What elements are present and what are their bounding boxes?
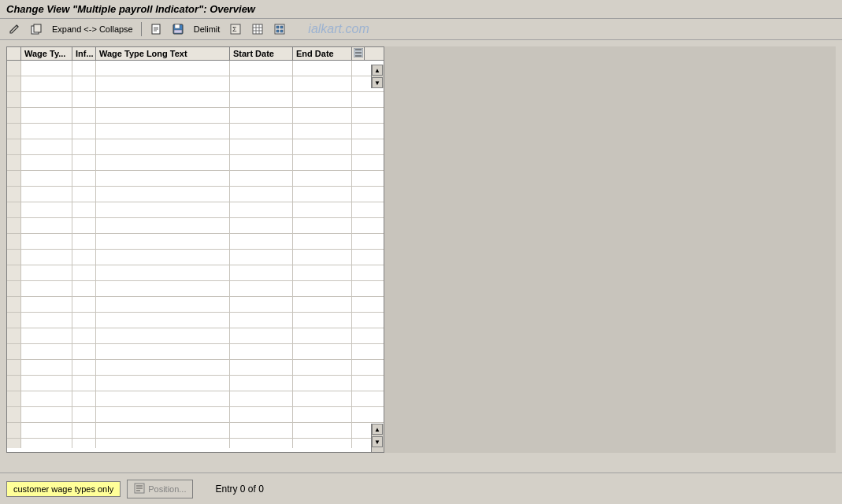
cell-start-date bbox=[230, 265, 293, 280]
cell-start-date bbox=[230, 281, 293, 296]
column-settings-icon[interactable] bbox=[352, 47, 365, 60]
right-empty-area bbox=[384, 46, 836, 453]
row-select[interactable] bbox=[7, 218, 21, 233]
row-select[interactable] bbox=[7, 187, 21, 202]
cell-end-date bbox=[293, 92, 352, 107]
table-row[interactable] bbox=[7, 202, 384, 218]
table-row[interactable] bbox=[7, 108, 384, 124]
cell-end-date bbox=[293, 76, 352, 91]
cell-long-text bbox=[96, 391, 230, 406]
row-select[interactable] bbox=[7, 108, 21, 123]
cell-end-date bbox=[293, 61, 352, 76]
row-select[interactable] bbox=[7, 61, 21, 76]
table-row[interactable] bbox=[7, 187, 384, 202]
scroll-up-bottom-button[interactable]: ▲ bbox=[372, 424, 383, 435]
cell-start-date bbox=[230, 234, 293, 249]
cell-inf bbox=[72, 61, 96, 76]
row-select[interactable] bbox=[7, 139, 21, 154]
table-row[interactable] bbox=[7, 391, 384, 407]
cell-inf bbox=[72, 124, 96, 139]
row-select[interactable] bbox=[7, 234, 21, 249]
cell-inf bbox=[72, 250, 96, 265]
row-select[interactable] bbox=[7, 391, 21, 406]
table-row[interactable] bbox=[7, 297, 384, 313]
row-select[interactable] bbox=[7, 155, 21, 170]
table-row[interactable] bbox=[7, 124, 384, 139]
cell-wage-type bbox=[21, 202, 72, 217]
row-select[interactable] bbox=[7, 360, 21, 375]
table-row[interactable] bbox=[7, 139, 384, 155]
scroll-up-button[interactable]: ▲ bbox=[372, 65, 383, 76]
svg-rect-18 bbox=[280, 26, 283, 28]
row-select[interactable] bbox=[7, 202, 21, 217]
cell-wage-type bbox=[21, 313, 72, 328]
row-select[interactable] bbox=[7, 297, 21, 312]
row-select[interactable] bbox=[7, 250, 21, 265]
row-select[interactable] bbox=[7, 376, 21, 391]
cell-long-text bbox=[96, 250, 230, 265]
table-row[interactable] bbox=[7, 281, 384, 297]
page-button[interactable] bbox=[147, 21, 165, 37]
row-select[interactable] bbox=[7, 313, 21, 328]
position-button[interactable]: Position... bbox=[127, 480, 193, 498]
cell-start-date bbox=[230, 407, 293, 422]
cell-inf bbox=[72, 234, 96, 249]
table-row[interactable] bbox=[7, 61, 384, 76]
table-row[interactable] bbox=[7, 265, 384, 281]
delimit-button[interactable]: Delimit bbox=[191, 23, 224, 35]
calculate-button[interactable]: Σ bbox=[226, 21, 245, 37]
row-select[interactable] bbox=[7, 407, 21, 422]
row-select[interactable] bbox=[7, 439, 21, 448]
table-row[interactable] bbox=[7, 171, 384, 187]
row-select[interactable] bbox=[7, 171, 21, 186]
table-row[interactable] bbox=[7, 234, 384, 250]
config-button[interactable] bbox=[270, 21, 289, 37]
position-icon bbox=[134, 483, 145, 495]
cell-inf bbox=[72, 423, 96, 438]
table-row[interactable] bbox=[7, 328, 384, 344]
header-start-date: Start Date bbox=[230, 47, 293, 60]
table-row[interactable] bbox=[7, 218, 384, 234]
cell-long-text bbox=[96, 265, 230, 280]
table-row[interactable] bbox=[7, 313, 384, 328]
cell-wage-type bbox=[21, 439, 72, 448]
save-button[interactable] bbox=[169, 21, 187, 37]
row-select[interactable] bbox=[7, 423, 21, 438]
cell-end-date bbox=[293, 360, 352, 375]
scroll-down-button[interactable]: ▼ bbox=[372, 77, 383, 88]
table-row[interactable] bbox=[7, 407, 384, 423]
copy-button[interactable] bbox=[27, 21, 46, 37]
cell-end-date bbox=[293, 297, 352, 312]
row-select[interactable] bbox=[7, 124, 21, 139]
cell-start-date bbox=[230, 155, 293, 170]
expand-collapse-button[interactable]: Expand <-> Collapse bbox=[49, 23, 136, 35]
cell-long-text bbox=[96, 171, 230, 186]
row-select[interactable] bbox=[7, 281, 21, 296]
row-select[interactable] bbox=[7, 76, 21, 91]
svg-rect-11 bbox=[253, 24, 262, 34]
cell-long-text bbox=[96, 407, 230, 422]
scroll-down-bottom-button[interactable]: ▼ bbox=[372, 436, 383, 447]
row-select[interactable] bbox=[7, 328, 21, 343]
table-row[interactable] bbox=[7, 250, 384, 265]
delimit-label: Delimit bbox=[194, 24, 221, 34]
cell-start-date bbox=[230, 202, 293, 217]
cell-long-text bbox=[96, 439, 230, 448]
position-label: Position... bbox=[148, 484, 186, 494]
row-select[interactable] bbox=[7, 265, 21, 280]
table-row[interactable] bbox=[7, 423, 384, 439]
save-icon bbox=[172, 23, 184, 35]
customer-wage-types-button[interactable]: customer wage types only bbox=[6, 481, 121, 497]
grid-button[interactable] bbox=[248, 21, 267, 37]
table-row[interactable] bbox=[7, 155, 384, 171]
table-row[interactable] bbox=[7, 376, 384, 391]
table-row[interactable] bbox=[7, 439, 384, 448]
row-select[interactable] bbox=[7, 92, 21, 107]
table-row[interactable] bbox=[7, 76, 384, 92]
row-select[interactable] bbox=[7, 344, 21, 359]
toolbar: Expand <-> Collapse Delimit bbox=[0, 19, 842, 40]
table-row[interactable] bbox=[7, 344, 384, 360]
table-row[interactable] bbox=[7, 360, 384, 376]
edit-button[interactable] bbox=[5, 21, 24, 37]
table-row[interactable] bbox=[7, 92, 384, 108]
